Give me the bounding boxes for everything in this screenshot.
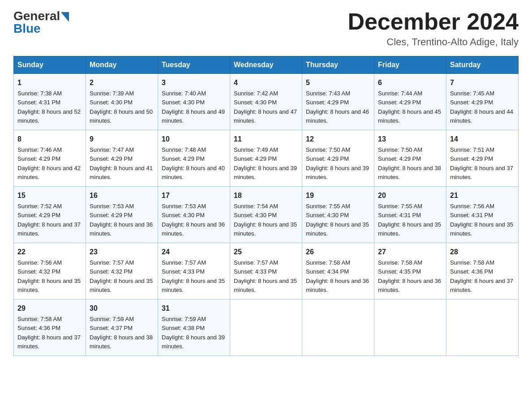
day-number: 26 xyxy=(306,247,370,257)
header-sunday: Sunday xyxy=(14,56,86,74)
day-info: Sunrise: 7:46 AMSunset: 4:29 PMDaylight:… xyxy=(17,146,81,180)
day-info: Sunrise: 7:53 AMSunset: 4:29 PMDaylight:… xyxy=(90,203,153,237)
header-tuesday: Tuesday xyxy=(158,56,230,74)
logo-blue-text: Blue xyxy=(13,21,41,36)
day-info: Sunrise: 7:57 AMSunset: 4:33 PMDaylight:… xyxy=(234,259,297,293)
day-number: 18 xyxy=(234,190,298,201)
calendar-cell: 11Sunrise: 7:49 AMSunset: 4:29 PMDayligh… xyxy=(230,130,302,187)
calendar-cell: 6Sunrise: 7:44 AMSunset: 4:29 PMDaylight… xyxy=(374,74,446,130)
day-info: Sunrise: 7:45 AMSunset: 4:29 PMDaylight:… xyxy=(450,90,513,124)
day-number: 5 xyxy=(306,77,370,88)
day-info: Sunrise: 7:58 AMSunset: 4:36 PMDaylight:… xyxy=(450,259,513,293)
day-info: Sunrise: 7:56 AMSunset: 4:31 PMDaylight:… xyxy=(450,203,513,237)
day-number: 29 xyxy=(17,303,82,314)
day-number: 27 xyxy=(378,247,442,257)
calendar-cell xyxy=(446,300,519,356)
header-saturday: Saturday xyxy=(446,56,519,74)
day-number: 7 xyxy=(450,77,515,88)
day-info: Sunrise: 7:43 AMSunset: 4:29 PMDaylight:… xyxy=(306,90,369,124)
day-number: 11 xyxy=(234,134,298,145)
day-number: 8 xyxy=(17,134,82,145)
page-header: General Blue December 2024 Cles, Trentin… xyxy=(13,9,519,48)
day-number: 25 xyxy=(234,247,298,257)
title-area: December 2024 Cles, Trentino-Alto Adige,… xyxy=(348,9,519,48)
day-info: Sunrise: 7:59 AMSunset: 4:38 PMDaylight:… xyxy=(162,316,225,350)
calendar-cell: 15Sunrise: 7:52 AMSunset: 4:29 PMDayligh… xyxy=(14,187,86,243)
calendar-cell: 25Sunrise: 7:57 AMSunset: 4:33 PMDayligh… xyxy=(230,243,302,300)
calendar-cell: 28Sunrise: 7:58 AMSunset: 4:36 PMDayligh… xyxy=(446,243,519,300)
calendar-cell: 27Sunrise: 7:58 AMSunset: 4:35 PMDayligh… xyxy=(374,243,446,300)
day-number: 10 xyxy=(162,134,226,145)
calendar-cell: 12Sunrise: 7:50 AMSunset: 4:29 PMDayligh… xyxy=(302,130,374,187)
day-number: 9 xyxy=(90,134,154,145)
calendar-cell: 29Sunrise: 7:58 AMSunset: 4:36 PMDayligh… xyxy=(14,300,86,356)
calendar-cell: 1Sunrise: 7:38 AMSunset: 4:31 PMDaylight… xyxy=(14,74,86,130)
day-info: Sunrise: 7:58 AMSunset: 4:34 PMDaylight:… xyxy=(306,259,369,293)
logo: General Blue xyxy=(13,9,69,36)
day-info: Sunrise: 7:48 AMSunset: 4:29 PMDaylight:… xyxy=(162,146,225,180)
calendar-cell xyxy=(374,300,446,356)
calendar-week-row: 1Sunrise: 7:38 AMSunset: 4:31 PMDaylight… xyxy=(14,74,519,130)
calendar-cell: 13Sunrise: 7:50 AMSunset: 4:29 PMDayligh… xyxy=(374,130,446,187)
calendar-cell: 4Sunrise: 7:42 AMSunset: 4:30 PMDaylight… xyxy=(230,74,302,130)
day-info: Sunrise: 7:58 AMSunset: 4:35 PMDaylight:… xyxy=(378,259,441,293)
day-info: Sunrise: 7:56 AMSunset: 4:32 PMDaylight:… xyxy=(17,259,81,293)
day-info: Sunrise: 7:59 AMSunset: 4:37 PMDaylight:… xyxy=(90,316,153,350)
day-number: 4 xyxy=(234,77,298,88)
calendar-cell: 8Sunrise: 7:46 AMSunset: 4:29 PMDaylight… xyxy=(14,130,86,187)
calendar-cell: 22Sunrise: 7:56 AMSunset: 4:32 PMDayligh… xyxy=(14,243,86,300)
day-info: Sunrise: 7:44 AMSunset: 4:29 PMDaylight:… xyxy=(378,90,441,124)
location-subtitle: Cles, Trentino-Alto Adige, Italy xyxy=(348,36,519,48)
calendar-cell xyxy=(302,300,374,356)
calendar-cell: 23Sunrise: 7:57 AMSunset: 4:32 PMDayligh… xyxy=(86,243,158,300)
calendar-cell: 16Sunrise: 7:53 AMSunset: 4:29 PMDayligh… xyxy=(86,187,158,243)
day-number: 17 xyxy=(162,190,226,201)
calendar-week-row: 15Sunrise: 7:52 AMSunset: 4:29 PMDayligh… xyxy=(14,187,519,243)
calendar-cell: 18Sunrise: 7:54 AMSunset: 4:30 PMDayligh… xyxy=(230,187,302,243)
calendar-week-row: 22Sunrise: 7:56 AMSunset: 4:32 PMDayligh… xyxy=(14,243,519,300)
day-number: 23 xyxy=(90,247,154,257)
calendar-cell: 5Sunrise: 7:43 AMSunset: 4:29 PMDaylight… xyxy=(302,74,374,130)
calendar-cell xyxy=(230,300,302,356)
calendar-cell: 21Sunrise: 7:56 AMSunset: 4:31 PMDayligh… xyxy=(446,187,519,243)
calendar-cell: 3Sunrise: 7:40 AMSunset: 4:30 PMDaylight… xyxy=(158,74,230,130)
calendar-cell: 2Sunrise: 7:39 AMSunset: 4:30 PMDaylight… xyxy=(86,74,158,130)
header-wednesday: Wednesday xyxy=(230,56,302,74)
day-number: 13 xyxy=(378,134,442,145)
calendar-header-row: SundayMondayTuesdayWednesdayThursdayFrid… xyxy=(14,56,519,74)
day-number: 14 xyxy=(450,134,515,145)
calendar-cell: 26Sunrise: 7:58 AMSunset: 4:34 PMDayligh… xyxy=(302,243,374,300)
calendar-cell: 31Sunrise: 7:59 AMSunset: 4:38 PMDayligh… xyxy=(158,300,230,356)
calendar-cell: 20Sunrise: 7:55 AMSunset: 4:31 PMDayligh… xyxy=(374,187,446,243)
day-info: Sunrise: 7:57 AMSunset: 4:32 PMDaylight:… xyxy=(90,259,153,293)
month-title: December 2024 xyxy=(348,9,519,34)
day-info: Sunrise: 7:42 AMSunset: 4:30 PMDaylight:… xyxy=(234,90,297,124)
calendar-cell: 19Sunrise: 7:55 AMSunset: 4:30 PMDayligh… xyxy=(302,187,374,243)
day-info: Sunrise: 7:52 AMSunset: 4:29 PMDaylight:… xyxy=(17,203,81,237)
day-number: 24 xyxy=(162,247,226,257)
day-number: 1 xyxy=(17,77,82,88)
day-number: 6 xyxy=(378,77,442,88)
calendar-cell: 10Sunrise: 7:48 AMSunset: 4:29 PMDayligh… xyxy=(158,130,230,187)
day-number: 15 xyxy=(17,190,82,201)
day-number: 20 xyxy=(378,190,442,201)
day-info: Sunrise: 7:40 AMSunset: 4:30 PMDaylight:… xyxy=(162,90,225,124)
day-number: 16 xyxy=(90,190,154,201)
calendar-cell: 24Sunrise: 7:57 AMSunset: 4:33 PMDayligh… xyxy=(158,243,230,300)
day-info: Sunrise: 7:53 AMSunset: 4:30 PMDaylight:… xyxy=(162,203,225,237)
day-number: 21 xyxy=(450,190,515,201)
day-number: 30 xyxy=(90,303,154,314)
day-info: Sunrise: 7:38 AMSunset: 4:31 PMDaylight:… xyxy=(17,90,81,124)
calendar-cell: 9Sunrise: 7:47 AMSunset: 4:29 PMDaylight… xyxy=(86,130,158,187)
header-monday: Monday xyxy=(86,56,158,74)
calendar-week-row: 29Sunrise: 7:58 AMSunset: 4:36 PMDayligh… xyxy=(14,300,519,356)
day-info: Sunrise: 7:55 AMSunset: 4:30 PMDaylight:… xyxy=(306,203,369,237)
logo-triangle-icon xyxy=(61,12,69,22)
day-info: Sunrise: 7:54 AMSunset: 4:30 PMDaylight:… xyxy=(234,203,297,237)
day-number: 19 xyxy=(306,190,370,201)
day-info: Sunrise: 7:55 AMSunset: 4:31 PMDaylight:… xyxy=(378,203,441,237)
day-info: Sunrise: 7:51 AMSunset: 4:29 PMDaylight:… xyxy=(450,146,513,180)
calendar-week-row: 8Sunrise: 7:46 AMSunset: 4:29 PMDaylight… xyxy=(14,130,519,187)
calendar-cell: 7Sunrise: 7:45 AMSunset: 4:29 PMDaylight… xyxy=(446,74,519,130)
calendar-cell: 30Sunrise: 7:59 AMSunset: 4:37 PMDayligh… xyxy=(86,300,158,356)
